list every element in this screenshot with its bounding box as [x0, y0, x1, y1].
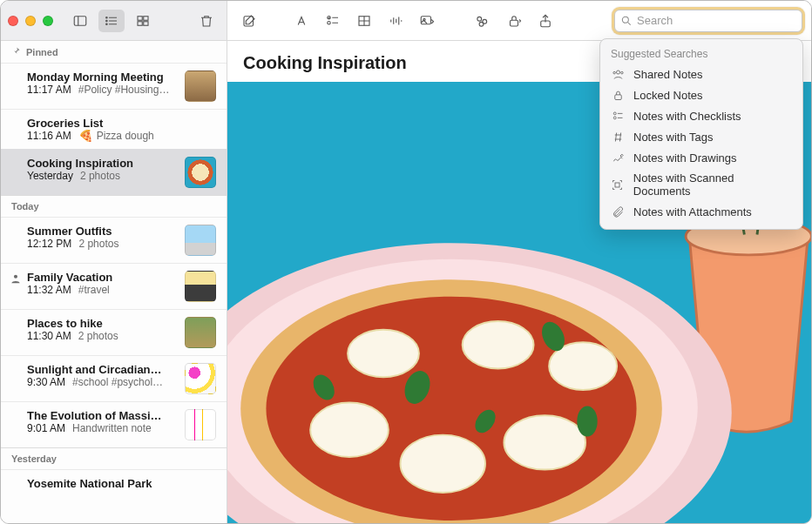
note-item-time: 11:32 AM	[27, 284, 71, 296]
shared-icon	[611, 67, 625, 81]
note-item-detail: 2 photos	[80, 170, 120, 182]
scan-icon	[611, 178, 625, 191]
section-yesterday-label: Yesterday	[11, 453, 57, 464]
svg-line-65	[619, 132, 620, 141]
list-view-button[interactable]	[98, 10, 125, 32]
note-body: The Evolution of Massi…9:01 AMHandwritte…	[27, 409, 176, 440]
search-suggestion-label: Shared Notes	[633, 68, 703, 81]
note-item-time: Yesterday	[27, 170, 73, 182]
svg-rect-10	[138, 21, 142, 25]
note-item-title: Cooking Inspiration	[27, 157, 176, 170]
note-body: Sunlight and Circadian…9:30 AM#school #p…	[27, 363, 176, 394]
note-list-item[interactable]: Monday Morning Meeting11:17 AM#Policy #H…	[1, 63, 227, 109]
app-window: Pinned Monday Morning Meeting11:17 AM#Po…	[0, 0, 812, 524]
note-list-item[interactable]: Family Vacation11:32 AM#travel	[1, 263, 227, 309]
maximize-window-button[interactable]	[43, 16, 53, 26]
share-note-button[interactable]	[532, 10, 558, 32]
section-pinned-label: Pinned	[26, 47, 58, 57]
search-suggestion-item[interactable]: Notes with Scanned Documents	[600, 168, 802, 201]
svg-point-7	[106, 24, 108, 25]
search-suggestion-item[interactable]: Notes with Attachments	[600, 201, 802, 222]
note-item-thumbnail	[185, 271, 216, 302]
toggle-sidebar-button[interactable]	[67, 10, 93, 32]
section-today-header: Today	[1, 195, 227, 217]
search-suggestion-item[interactable]: Notes with Drawings	[600, 147, 802, 168]
svg-point-56	[620, 71, 623, 74]
search-input[interactable]	[637, 14, 796, 27]
search-suggestion-item[interactable]: Locked Notes	[600, 84, 802, 105]
search-suggestion-label: Notes with Scanned Documents	[633, 171, 792, 198]
note-item-time: 11:16 AM	[27, 130, 71, 142]
svg-line-33	[628, 22, 631, 24]
svg-point-58	[613, 111, 616, 114]
note-list-item[interactable]: Summer Outfits12:12 PM2 photos	[1, 217, 227, 263]
svg-point-60	[613, 116, 616, 118]
delete-note-button[interactable]	[193, 10, 220, 32]
svg-point-51	[577, 406, 597, 436]
note-item-time: 9:30 AM	[27, 376, 65, 388]
toolbar-right	[227, 1, 811, 40]
search-suggestion-item[interactable]: Shared Notes	[600, 64, 802, 84]
svg-point-43	[310, 403, 389, 457]
note-list-item[interactable]: Groceries List11:16 AM🍕Pizza dough	[1, 109, 227, 149]
svg-rect-30	[511, 20, 518, 26]
note-list-item[interactable]: Yosemite National Park	[1, 469, 227, 497]
tag-icon	[611, 130, 625, 144]
svg-rect-9	[144, 16, 148, 20]
drawing-icon	[611, 151, 625, 165]
svg-line-64	[615, 132, 616, 141]
minimize-window-button[interactable]	[25, 16, 36, 26]
notes-sidebar[interactable]: Pinned Monday Morning Meeting11:17 AM#Po…	[1, 41, 227, 523]
note-item-thumbnail	[185, 317, 216, 348]
note-item-thumbnail	[185, 363, 216, 394]
note-body: Places to hike11:30 AM2 photos	[27, 317, 176, 348]
note-body: Cooking InspirationYesterday2 photos	[27, 157, 176, 188]
format-text-button[interactable]	[288, 10, 315, 32]
note-item-time: 11:30 AM	[27, 330, 71, 342]
note-item-subtitle: 11:30 AM2 photos	[27, 330, 176, 342]
pizza-icon: 🍕	[78, 130, 93, 142]
search-suggestion-item[interactable]: Notes with Checklists	[600, 105, 802, 126]
gallery-view-button[interactable]	[130, 10, 156, 32]
note-item-detail: Handwritten note	[72, 422, 152, 434]
note-item-subtitle: 9:01 AMHandwritten note	[27, 422, 176, 434]
svg-rect-8	[138, 16, 142, 20]
search-suggestion-label: Notes with Tags	[633, 131, 714, 144]
svg-rect-57	[614, 94, 621, 99]
svg-point-15	[328, 21, 330, 24]
svg-point-44	[401, 435, 486, 493]
svg-rect-0	[74, 16, 86, 25]
audio-button[interactable]	[382, 10, 409, 32]
note-item-detail: #Policy #Housing…	[78, 84, 170, 96]
search-icon	[620, 15, 633, 27]
checklist-button[interactable]	[320, 10, 346, 32]
search-field[interactable]	[614, 10, 802, 32]
note-list-item[interactable]: Cooking InspirationYesterday2 photos	[1, 149, 227, 195]
svg-rect-66	[615, 183, 619, 187]
note-body: Monday Morning Meeting11:17 AM#Policy #H…	[27, 71, 176, 102]
note-item-title: The Evolution of Massi…	[27, 409, 176, 422]
search-suggestion-label: Notes with Checklists	[633, 110, 741, 123]
table-button[interactable]	[351, 10, 377, 32]
note-item-time: 9:01 AM	[27, 422, 65, 434]
note-list-item[interactable]: The Evolution of Massi…9:01 AMHandwritte…	[1, 401, 227, 447]
search-suggestion-item[interactable]: Notes with Tags	[600, 126, 802, 147]
note-item-thumbnail	[185, 157, 216, 188]
lock-note-button[interactable]	[501, 10, 527, 32]
svg-rect-11	[144, 21, 148, 25]
close-window-button[interactable]	[8, 16, 18, 26]
checklist-icon	[611, 109, 625, 123]
link-note-button[interactable]	[470, 10, 496, 32]
insert-media-button[interactable]	[414, 10, 440, 32]
search-suggestions-heading: Suggested Searches	[600, 44, 802, 64]
attach-icon	[611, 205, 625, 218]
new-note-button[interactable]	[236, 10, 262, 32]
svg-point-48	[348, 330, 419, 378]
note-list-item[interactable]: Sunlight and Circadian…9:30 AM#school #p…	[1, 355, 227, 401]
note-item-title: Places to hike	[27, 317, 176, 330]
note-list-item[interactable]: Places to hike11:30 AM2 photos	[1, 309, 227, 355]
pin-icon	[11, 46, 21, 57]
svg-point-54	[616, 71, 619, 74]
svg-point-5	[106, 17, 108, 18]
note-item-time: 12:12 PM	[27, 238, 71, 250]
